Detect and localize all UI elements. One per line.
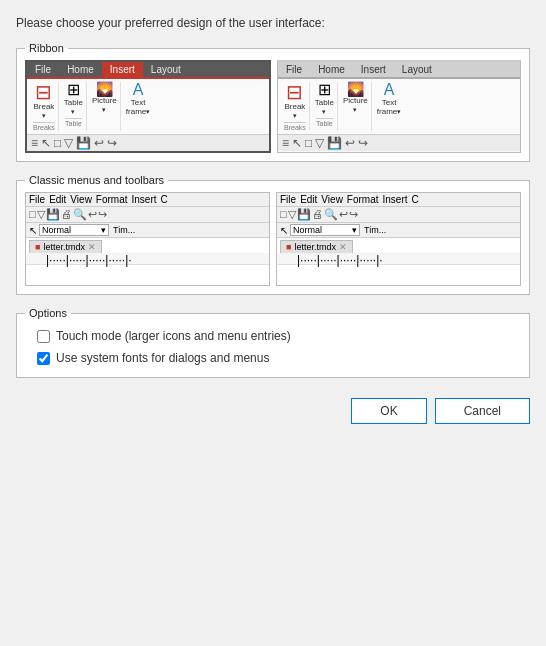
cursor-icon-right: ↖	[291, 136, 303, 150]
ribbon-group-break-left: ⊟ Break▾ Breaks	[30, 82, 59, 131]
doc-close-right[interactable]: ✕	[339, 242, 347, 252]
doc-icon-left: ■	[35, 242, 40, 252]
menu-file-left[interactable]: File	[29, 194, 45, 205]
table-label-left: Table▾	[64, 98, 83, 116]
ribbon-group-table-right: ⊞ Table▾ Table	[312, 82, 338, 131]
classic-toolbar-left: □ ▽ 💾 🖨 🔍 ↩ ↪	[26, 207, 269, 223]
picture-icon-right: 🌄	[347, 82, 364, 96]
menu-file-right[interactable]: File	[280, 194, 296, 205]
touch-mode-label[interactable]: Touch mode (larger icons and menu entrie…	[56, 329, 291, 343]
classic-content-right	[277, 265, 520, 285]
ribbon-group-textframe-right: A Textframe▾	[374, 82, 404, 131]
menu-more-left[interactable]: C	[161, 194, 168, 205]
menu-view-right[interactable]: View	[321, 194, 343, 205]
ribbon-tabs-right: File Home Insert Layout	[278, 62, 520, 77]
font-left: Tim...	[113, 225, 135, 235]
tab-home-left[interactable]: Home	[59, 62, 102, 77]
textframe-icon-right: A	[384, 82, 395, 98]
system-fonts-checkbox[interactable]	[37, 352, 50, 365]
tab-home-right[interactable]: Home	[310, 62, 353, 77]
tab-file-right[interactable]: File	[278, 62, 310, 77]
style-dropdown-left[interactable]: Normal ▾	[39, 224, 109, 236]
redo2-icon-right: ↪	[349, 208, 358, 221]
classic-preview-left[interactable]: File Edit View Format Insert C □ ▽ 💾 🖨 🔍…	[25, 192, 270, 286]
tab-insert-right[interactable]: Insert	[353, 62, 394, 77]
system-fonts-label[interactable]: Use system fonts for dialogs and menus	[56, 351, 269, 365]
style-value-right: Normal	[293, 225, 322, 235]
break-icon-right: ⊟	[286, 82, 303, 102]
menu-insert-right[interactable]: Insert	[383, 194, 408, 205]
preview-icon-right: 🔍	[324, 208, 338, 221]
classic-ruler-left: |·····|·····|·····|·····|·	[26, 253, 269, 265]
ribbon-group-picture-left: 🌄 Picture▾	[89, 82, 121, 131]
preview-icon-left: 🔍	[73, 208, 87, 221]
doc-tab-right[interactable]: ■ letter.tmdx ✕	[280, 240, 353, 253]
breaks-label-right: Breaks	[284, 122, 306, 131]
doc-name-left: letter.tmdx	[43, 242, 85, 252]
menu-insert-left[interactable]: Insert	[132, 194, 157, 205]
ribbon-previews: File Home Insert Layout ⊟ Break▾ Breaks …	[25, 60, 521, 153]
font-right: Tim...	[364, 225, 386, 235]
table-label-right: Table▾	[315, 98, 334, 116]
table-icon-left: ⊞	[67, 82, 80, 98]
tab-layout-right[interactable]: Layout	[394, 62, 440, 77]
doc-tab-left[interactable]: ■ letter.tmdx ✕	[29, 240, 102, 253]
style-dropdown-right[interactable]: Normal ▾	[290, 224, 360, 236]
menu-format-right[interactable]: Format	[347, 194, 379, 205]
menu-view-left[interactable]: View	[70, 194, 92, 205]
classic-section-label: Classic menus and toolbars	[25, 174, 168, 186]
break-label-left: Break▾	[33, 102, 54, 120]
classic-menubar-right: File Edit View Format Insert C	[277, 193, 520, 207]
ribbon-preview-right[interactable]: File Home Insert Layout ⊟ Break▾ Breaks …	[277, 60, 521, 153]
dialog-title: Please choose your preferred design of t…	[16, 16, 530, 30]
tab-layout-left[interactable]: Layout	[143, 62, 189, 77]
cursor-right: ↖	[280, 225, 288, 236]
picture-icon-left: 🌄	[96, 82, 113, 96]
style-value-left: Normal	[42, 225, 71, 235]
new-icon-left: □	[29, 208, 36, 221]
ribbon-group-picture-right: 🌄 Picture▾	[340, 82, 372, 131]
ribbon-section: Ribbon File Home Insert Layout ⊟ Break▾ …	[16, 42, 530, 162]
ribbon-tabs-left: File Home Insert Layout	[27, 62, 269, 77]
cancel-button[interactable]: Cancel	[435, 398, 530, 424]
system-fonts-row: Use system fonts for dialogs and menus	[25, 347, 521, 369]
align-icon-left: ≡	[30, 136, 39, 150]
tab-file-left[interactable]: File	[27, 62, 59, 77]
file-icon-right: □	[304, 136, 313, 150]
ribbon-group-break-right: ⊟ Break▾ Breaks	[281, 82, 310, 131]
menu-edit-left[interactable]: Edit	[49, 194, 66, 205]
touch-mode-checkbox[interactable]	[37, 330, 50, 343]
cursor-icon-left: ↖	[40, 136, 52, 150]
picture-label-right: Picture▾	[343, 96, 368, 114]
undo-icon-right: ↩	[344, 136, 356, 150]
breaks-label-left: Breaks	[33, 122, 55, 131]
undo-icon-left: ↩	[93, 136, 105, 150]
print-icon-right: 🖨	[312, 208, 323, 221]
tab-insert-left[interactable]: Insert	[102, 62, 143, 77]
folder-icon-left: ▽	[63, 136, 74, 150]
ruler-marker-right: |·····|·····|·····|·····|·	[297, 253, 383, 267]
textframe-label-left: Textframe▾	[126, 98, 150, 116]
save-icon2-right: 💾	[297, 208, 311, 221]
ribbon-preview-left[interactable]: File Home Insert Layout ⊟ Break▾ Breaks …	[25, 60, 271, 153]
undo2-icon-left: ↩	[88, 208, 97, 221]
ribbon-toolbar-right: ≡ ↖ □ ▽ 💾 ↩ ↪	[278, 134, 520, 151]
classic-stylebar-right: ↖ Normal ▾ Tim...	[277, 223, 520, 238]
classic-toolbar-right: □ ▽ 💾 🖨 🔍 ↩ ↪	[277, 207, 520, 223]
redo-icon-right: ↪	[357, 136, 369, 150]
dialog: Please choose your preferred design of t…	[0, 0, 546, 444]
menu-edit-right[interactable]: Edit	[300, 194, 317, 205]
classic-tabs-left: ■ letter.tmdx ✕	[26, 238, 269, 253]
ok-button[interactable]: OK	[351, 398, 426, 424]
classic-ruler-right: |·····|·····|·····|·····|·	[277, 253, 520, 265]
ribbon-toolbar-left: ≡ ↖ □ ▽ 💾 ↩ ↪	[27, 134, 269, 151]
menu-more-right[interactable]: C	[412, 194, 419, 205]
doc-name-right: letter.tmdx	[294, 242, 336, 252]
classic-content-left	[26, 265, 269, 285]
doc-close-left[interactable]: ✕	[88, 242, 96, 252]
open-icon-right: ▽	[288, 208, 296, 221]
classic-preview-right[interactable]: File Edit View Format Insert C □ ▽ 💾 🖨 🔍…	[276, 192, 521, 286]
folder-icon-right: ▽	[314, 136, 325, 150]
menu-format-left[interactable]: Format	[96, 194, 128, 205]
redo-icon-left: ↪	[106, 136, 118, 150]
